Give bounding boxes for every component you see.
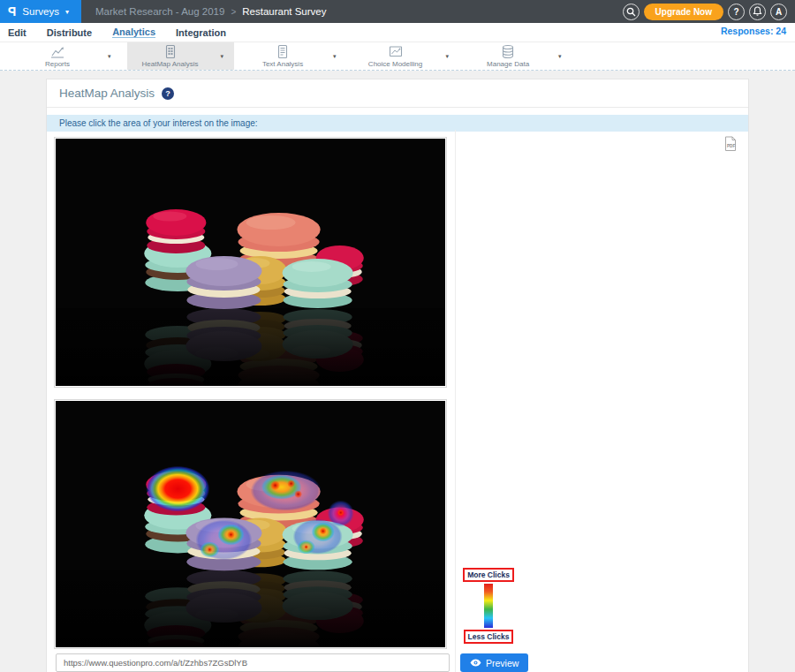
column-divider [455, 130, 456, 672]
chevron-down-icon[interactable]: ▾ [108, 53, 111, 60]
preview-button[interactable]: Preview [460, 653, 528, 672]
heatmap-analysis-panel: HeatMap Analysis ? Please click the area… [46, 79, 749, 672]
surveys-menu[interactable]: P Surveys ▾ [0, 0, 81, 23]
instruction-text: Please click the area of your interest o… [59, 118, 258, 128]
search-button[interactable] [623, 4, 640, 20]
breadcrumb-parent[interactable]: Market Research - Aug 2019 [95, 6, 224, 17]
responses-count[interactable]: Responses: 24 [721, 26, 786, 36]
legend-more-clicks: More Clicks [463, 568, 514, 582]
questionpro-logo-icon: P [8, 4, 16, 19]
survey-nav: Edit Distribute Analytics Integration Re… [0, 23, 795, 42]
topbar-actions: Upgrade Now ? A [623, 4, 795, 20]
top-bar: P Surveys ▾ Market Research - Aug 2019 >… [0, 0, 795, 23]
preview-button-label: Preview [486, 658, 519, 668]
toolbar-item-label: HeatMap Analysis [142, 60, 199, 68]
breadcrumb: Market Research - Aug 2019 > Restaurant … [95, 6, 326, 17]
chevron-down-icon[interactable]: ▾ [333, 53, 337, 60]
eye-icon [470, 659, 481, 667]
database-icon [500, 44, 516, 59]
toolbar-item-label: Choice Modelling [368, 60, 422, 68]
help-tooltip-icon[interactable]: ? [162, 87, 174, 100]
heatmap-document-icon [163, 44, 178, 59]
nav-item-edit[interactable]: Edit [8, 27, 26, 38]
nav-item-distribute[interactable]: Distribute [47, 27, 92, 38]
breadcrumb-current: Restaurant Survey [242, 6, 326, 17]
legend-less-clicks: Less Clicks [464, 630, 514, 644]
breadcrumb-separator-icon: > [231, 7, 236, 17]
help-button[interactable]: ? [728, 4, 745, 20]
macarons-heatmap [56, 401, 445, 647]
search-icon [626, 7, 636, 17]
text-document-icon [275, 44, 291, 59]
svg-text:PDF: PDF [727, 144, 735, 148]
survey-url-input[interactable] [56, 653, 450, 672]
chevron-down-icon[interactable]: ▾ [446, 53, 450, 60]
toolbar-item-manage-data[interactable]: Manage Data ▾ [465, 42, 572, 70]
panel-header: HeatMap Analysis ? [47, 79, 748, 108]
page-title: HeatMap Analysis [59, 87, 155, 100]
notifications-button[interactable] [749, 4, 766, 20]
heat-scale-gradient [484, 584, 493, 628]
toolbar-item-label: Reports [45, 60, 70, 68]
pdf-file-icon: PDF [723, 136, 738, 152]
chevron-down-icon[interactable]: ▾ [221, 53, 224, 60]
bell-icon [753, 6, 762, 17]
toolbar-item-choice-modelling[interactable]: Choice Modelling ▾ [352, 42, 460, 70]
nav-item-analytics[interactable]: Analytics [112, 26, 155, 38]
upgrade-now-button[interactable]: Upgrade Now [644, 4, 723, 20]
nav-item-integration[interactable]: Integration [176, 27, 226, 38]
chevron-down-icon[interactable]: ▾ [558, 53, 562, 60]
toolbar-item-label: Text Analysis [262, 60, 303, 68]
account-avatar[interactable]: A [770, 4, 787, 20]
survey-image-heatmap[interactable] [54, 399, 447, 649]
toolbar-item-text-analysis[interactable]: Text Analysis ▾ [239, 42, 347, 70]
toolbar-item-label: Manage Data [487, 60, 529, 68]
analytics-toolbar: Reports ▾ HeatMap Analysis ▾ Text Analys… [0, 42, 795, 71]
chevron-down-icon: ▾ [65, 8, 69, 16]
surveys-menu-label: Surveys [22, 6, 59, 17]
avatar-letter: A [776, 7, 782, 17]
chart-frame-icon [388, 44, 404, 59]
toolbar-item-heatmap-analysis[interactable]: HeatMap Analysis ▾ [127, 42, 235, 70]
line-chart-icon [49, 44, 65, 59]
question-mark-icon: ? [733, 7, 738, 17]
page-content: HeatMap Analysis ? Please click the area… [0, 71, 795, 672]
toolbar-item-reports[interactable]: Reports ▾ [14, 42, 122, 70]
survey-image-original[interactable] [54, 137, 447, 388]
instruction-banner: Please click the area of your interest o… [47, 115, 748, 132]
heatmap-legend: More Clicks Less Clicks [460, 568, 517, 644]
macarons-photo [56, 139, 445, 386]
export-pdf-button[interactable]: PDF [723, 136, 738, 155]
